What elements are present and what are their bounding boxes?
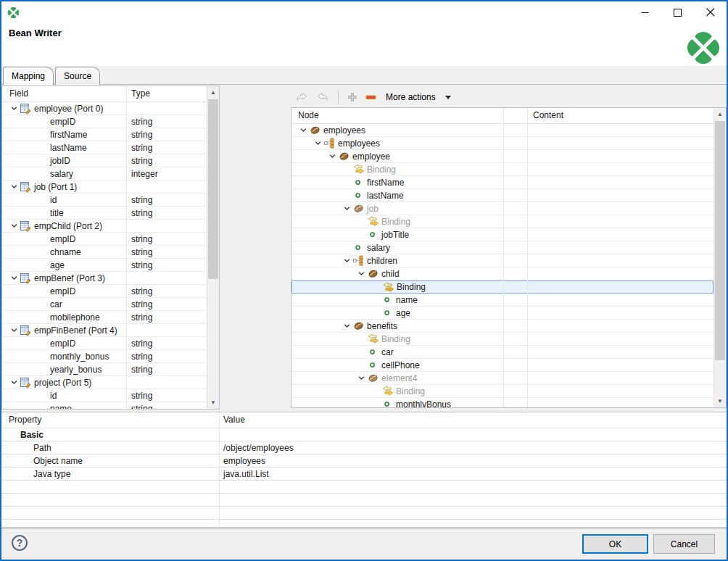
field-row[interactable]: empIDstring: [2, 233, 207, 246]
tree-node-binding[interactable]: Binding: [291, 333, 713, 346]
ok-button[interactable]: OK: [582, 534, 648, 554]
tree-node-age[interactable]: age: [291, 307, 713, 320]
tree-node-children[interactable]: children: [291, 254, 713, 267]
tree-node-label: element4: [381, 373, 417, 383]
chevron-down-icon[interactable]: [297, 127, 310, 133]
maximize-icon[interactable]: [661, 1, 694, 23]
help-icon[interactable]: ?: [12, 535, 28, 551]
chevron-down-icon[interactable]: [355, 375, 368, 381]
tree-node-benefits[interactable]: benefits: [291, 320, 713, 333]
scroll-thumb[interactable]: [208, 99, 218, 279]
tree-node-name[interactable]: name: [291, 294, 713, 307]
field-row[interactable]: empIDstring: [2, 115, 207, 128]
minimize-icon[interactable]: [629, 1, 661, 23]
field-group-row[interactable]: empFinBenef (Port 4): [2, 324, 207, 337]
tree-node-binding[interactable]: Binding: [291, 163, 713, 176]
content-column-header: Content: [533, 110, 563, 120]
field-label: salary: [50, 169, 73, 179]
remove-icon[interactable]: [364, 91, 378, 104]
list-icon: [324, 138, 338, 149]
chevron-down-icon[interactable]: [445, 96, 451, 99]
scroll-up-icon[interactable]: ▲: [207, 86, 219, 99]
tree-scrollbar[interactable]: ▲▼: [713, 108, 726, 407]
scroll-down-icon[interactable]: ▼: [207, 396, 219, 409]
property-row[interactable]: Path/object/employees: [1, 441, 727, 454]
field-row[interactable]: namestring: [2, 402, 207, 409]
field-row[interactable]: agestring: [2, 259, 207, 272]
close-icon[interactable]: [694, 1, 727, 23]
tree-node-label: job: [367, 204, 379, 214]
chevron-down-icon[interactable]: [311, 140, 324, 146]
tree-node-child[interactable]: child: [291, 267, 713, 280]
tree-node-binding[interactable]: Binding: [291, 215, 713, 228]
property-row[interactable]: Java typejava.util.List: [1, 467, 727, 481]
field-row[interactable]: titlestring: [2, 207, 207, 220]
field-row[interactable]: monthly_bonusstring: [2, 350, 207, 363]
scroll-down-icon[interactable]: ▼: [714, 395, 726, 407]
scroll-up-icon[interactable]: ▲: [714, 108, 726, 120]
tree-node-car[interactable]: car: [291, 346, 713, 359]
add-icon[interactable]: [346, 91, 359, 104]
tree-node-cellphone[interactable]: cellPhone: [291, 359, 713, 372]
chevron-down-icon[interactable]: [8, 223, 20, 229]
field-row[interactable]: firstNamestring: [2, 128, 207, 141]
scroll-thumb[interactable]: [715, 121, 725, 360]
property-column-header: Property: [9, 415, 41, 425]
tree-node-employee[interactable]: employee: [291, 150, 713, 163]
chevron-down-icon[interactable]: [340, 323, 353, 329]
chevron-down-icon[interactable]: [8, 183, 20, 190]
field-type: string: [131, 234, 152, 244]
map-arrow-right-icon[interactable]: [315, 91, 331, 104]
field-row[interactable]: idstring: [2, 389, 207, 402]
field-row[interactable]: carstring: [2, 298, 207, 311]
field-row[interactable]: salaryinteger: [2, 167, 207, 180]
tab-source[interactable]: Source: [55, 67, 100, 85]
field-label: empID: [50, 117, 75, 127]
field-group-row[interactable]: project (Port 5): [2, 376, 207, 389]
chevron-down-icon[interactable]: [8, 327, 20, 333]
tree-node-salary[interactable]: salary: [291, 241, 713, 254]
field-group-row[interactable]: employee (Port 0): [2, 102, 207, 115]
tree-node-lastname[interactable]: lastName: [291, 189, 713, 202]
tree-header: Node Content: [291, 108, 726, 124]
cancel-button[interactable]: Cancel: [653, 534, 715, 554]
tab-mapping[interactable]: Mapping: [3, 67, 54, 85]
chevron-down-icon[interactable]: [8, 105, 20, 112]
tree-node-employees[interactable]: employees: [291, 124, 713, 137]
property-row[interactable]: Object nameemployees: [1, 454, 727, 467]
chevron-down-icon[interactable]: [8, 275, 20, 281]
property-row[interactable]: Basic: [1, 428, 727, 441]
tree-node-firstname[interactable]: firstName: [291, 176, 713, 189]
fields-scrollbar[interactable]: ▲▼: [207, 86, 219, 409]
field-row[interactable]: chnamestring: [2, 246, 207, 259]
tree-node-binding[interactable]: Binding: [291, 385, 713, 398]
tree-node-jobtitle[interactable]: jobTitle: [291, 228, 713, 241]
field-group-row[interactable]: empBenef (Port 3): [2, 272, 207, 285]
tree-node-binding[interactable]: Binding: [291, 280, 713, 294]
chevron-down-icon[interactable]: [340, 257, 353, 264]
field-group-row[interactable]: job (Port 1): [2, 180, 207, 194]
field-row[interactable]: mobilephonestring: [2, 311, 207, 324]
field-row[interactable]: lastNamestring: [2, 141, 207, 154]
tree-node-element4[interactable]: element4: [291, 372, 713, 385]
field-row[interactable]: empIDstring: [2, 337, 207, 350]
field-row[interactable]: idstring: [2, 194, 207, 207]
field-type: string: [131, 143, 152, 153]
tree-node-monthlybonus[interactable]: monthlyBonus: [291, 398, 713, 407]
field-type: integer: [131, 169, 158, 179]
field-row[interactable]: jobIDstring: [2, 154, 207, 167]
chevron-down-icon[interactable]: [326, 153, 339, 159]
field-group-label: job (Port 1): [34, 182, 77, 192]
map-arrow-left-icon[interactable]: [294, 91, 310, 104]
property-value: employees: [223, 456, 265, 466]
tree-node-employees[interactable]: employees: [291, 137, 713, 150]
bean-writer-dialog: Bean Writer Mapping Source Field Type em…: [0, 0, 728, 561]
chevron-down-icon[interactable]: [8, 379, 20, 386]
more-actions-button[interactable]: More actions: [386, 92, 436, 102]
chevron-down-icon[interactable]: [340, 205, 353, 212]
tree-node-job[interactable]: job: [291, 202, 713, 215]
field-group-row[interactable]: empChild (Port 2): [2, 220, 207, 233]
chevron-down-icon[interactable]: [355, 270, 368, 277]
field-row[interactable]: yearly_bonusstring: [2, 363, 207, 376]
field-row[interactable]: empIDstring: [2, 285, 207, 298]
